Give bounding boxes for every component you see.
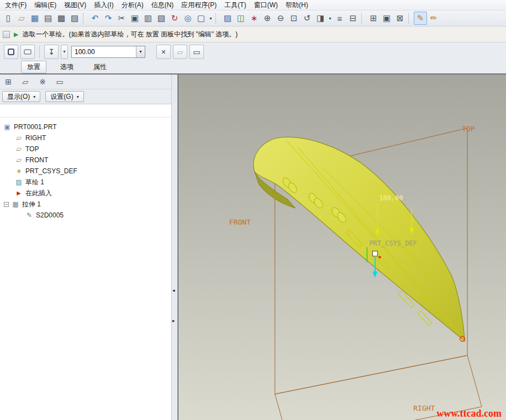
copy-icon[interactable]: ▣ bbox=[128, 12, 141, 25]
tree-settings-dropdown[interactable]: 设置(G) ▾ bbox=[45, 91, 83, 102]
icon-glyph: ◨ bbox=[317, 13, 324, 23]
cut-icon[interactable]: ✂ bbox=[115, 12, 128, 25]
tree-item-sketch-1[interactable]: ▨ 草绘 1 bbox=[0, 177, 171, 188]
menu-item[interactable]: 文件(F) bbox=[1, 0, 30, 10]
dashboard-tab[interactable]: 属性 bbox=[87, 61, 113, 73]
dashboard-tab[interactable]: 选项 bbox=[54, 61, 80, 73]
depth-value-input[interactable] bbox=[72, 46, 136, 57]
sketch-collector-button[interactable] bbox=[4, 45, 18, 59]
tree-item-top-plane[interactable]: ▱ TOP bbox=[0, 143, 171, 155]
3d-scene[interactable]: 100.00 PRT_CSYS_DEF bbox=[178, 75, 506, 420]
depth-type-caret[interactable]: ▾ bbox=[61, 45, 68, 59]
close-window-icon[interactable]: ⊠ bbox=[393, 12, 407, 25]
tree-item-part[interactable]: ▣ PRT0001.PRT bbox=[0, 121, 171, 132]
paste-special-icon[interactable]: ▧ bbox=[155, 12, 168, 25]
depth-type-button[interactable]: ↧ bbox=[44, 45, 59, 59]
datum-plane-display-icon[interactable]: ◫ bbox=[234, 12, 247, 25]
tree-item-extrude-1[interactable]: − ▦ 拉伸 1 bbox=[0, 199, 171, 210]
icon-glyph: ▩ bbox=[57, 13, 65, 23]
menu-item[interactable]: 窗口(W) bbox=[250, 0, 282, 10]
drag-handle[interactable] bbox=[372, 251, 377, 256]
undo-icon[interactable]: ↶ bbox=[88, 12, 102, 25]
prompt-bubble-button[interactable] bbox=[20, 45, 35, 59]
view-manager-icon[interactable]: ⊟ bbox=[346, 12, 360, 25]
expand-right-icon[interactable]: ▸ bbox=[172, 318, 175, 323]
model-tree-icon[interactable]: ⊞ bbox=[2, 76, 14, 88]
selection-filter-caret[interactable]: ▾ bbox=[208, 12, 214, 25]
top-plane-label[interactable]: TOP bbox=[462, 125, 475, 133]
selection-filter-icon[interactable]: ▢ bbox=[194, 12, 208, 25]
remove-material-button[interactable]: ▱ bbox=[173, 45, 187, 59]
tree-show-dropdown[interactable]: 显示(O) ▾ bbox=[2, 91, 40, 102]
wing-model[interactable] bbox=[254, 137, 465, 341]
saved-views-icon[interactable]: ◨ bbox=[314, 12, 327, 25]
icon-glyph: ▨ bbox=[71, 13, 78, 23]
icon-glyph: ⊠ bbox=[397, 13, 404, 23]
dashboard-tab[interactable]: 放置 bbox=[21, 61, 46, 73]
collapse-toggle[interactable]: − bbox=[4, 202, 9, 207]
wing-surface[interactable] bbox=[254, 137, 465, 341]
toolbar-separator[interactable] bbox=[361, 13, 365, 24]
toolbar-separator[interactable] bbox=[83, 13, 87, 24]
sketch-tool-icon[interactable]: ▨ bbox=[221, 12, 234, 25]
folder-browser-icon[interactable]: ▱ bbox=[19, 76, 31, 88]
tree-item-right-plane[interactable]: ▱ RIGHT bbox=[0, 132, 171, 143]
paste-icon[interactable]: ▥ bbox=[141, 12, 155, 25]
delete-icon[interactable]: ▨ bbox=[68, 12, 81, 25]
zoom-in-icon[interactable]: ⊕ bbox=[261, 12, 274, 25]
thicken-button[interactable]: ▭ bbox=[189, 45, 204, 59]
tree-item-csys[interactable]: ∗ PRT_CSYS_DEF bbox=[0, 166, 171, 177]
dashboard-separator bbox=[39, 46, 40, 58]
find-icon[interactable]: ◎ bbox=[181, 12, 194, 25]
menu-item[interactable]: 应用程序(P) bbox=[177, 0, 220, 10]
favorites-icon[interactable]: ※ bbox=[36, 76, 49, 88]
icon-glyph: ▧ bbox=[157, 13, 165, 23]
icon-glyph: ⊟ bbox=[350, 13, 357, 23]
sketch-icon: ▨ bbox=[15, 178, 23, 186]
annotation-icon[interactable]: ✎ bbox=[414, 12, 427, 25]
graphics-viewport[interactable]: 100.00 PRT_CSYS_DEF bbox=[178, 75, 506, 420]
new-file-icon[interactable]: ▯ bbox=[2, 12, 15, 25]
menu-item[interactable]: 信息(N) bbox=[147, 0, 178, 10]
front-plane-label[interactable]: FRONT bbox=[229, 218, 251, 226]
icon-glyph: ⊞ bbox=[5, 77, 12, 86]
print-icon[interactable]: ▤ bbox=[41, 12, 55, 25]
menu-item[interactable]: 工具(T) bbox=[220, 0, 250, 10]
sketcher-icon[interactable]: ✏ bbox=[427, 12, 440, 25]
depth-value-caret[interactable]: ▾ bbox=[136, 46, 145, 57]
new-window-icon[interactable]: ▣ bbox=[380, 12, 393, 25]
open-file-icon[interactable]: ▱ bbox=[15, 12, 28, 25]
collapse-left-icon[interactable]: ◂ bbox=[172, 288, 175, 293]
refit-icon[interactable]: ⊡ bbox=[287, 12, 301, 25]
menu-item[interactable]: 帮助(H) bbox=[282, 0, 312, 10]
menu-item[interactable]: 分析(A) bbox=[118, 0, 147, 10]
layers-icon[interactable]: ≡ bbox=[333, 12, 346, 25]
saved-views-caret[interactable]: ▾ bbox=[327, 12, 333, 25]
datum-axis-display-icon[interactable]: ∗ bbox=[247, 12, 261, 25]
menu-item[interactable]: 编辑(E) bbox=[30, 0, 60, 10]
save-icon[interactable]: ▦ bbox=[28, 12, 41, 25]
chevron-down-icon: ▾ bbox=[63, 49, 65, 54]
tree-item-insert-here[interactable]: ► 在此插入 bbox=[0, 188, 171, 199]
zoom-out-icon[interactable]: ⊖ bbox=[274, 12, 287, 25]
toolbar-separator[interactable] bbox=[408, 13, 412, 24]
tree-item-front-plane[interactable]: ▱ FRONT bbox=[0, 155, 171, 166]
tree-item-label: TOP bbox=[25, 145, 39, 153]
reorient-icon[interactable]: ↺ bbox=[301, 12, 314, 25]
csys-label[interactable]: PRT_CSYS_DEF bbox=[369, 240, 417, 247]
activate-window-icon[interactable]: ⊞ bbox=[367, 12, 380, 25]
menu-item[interactable]: 插入(I) bbox=[90, 0, 117, 10]
icon-glyph: ※ bbox=[39, 77, 46, 86]
chevron-down-icon: ▾ bbox=[33, 94, 35, 99]
toolbar-separator[interactable] bbox=[215, 13, 219, 24]
regenerate-icon[interactable]: ↻ bbox=[168, 12, 181, 25]
menu-item[interactable]: 视图(V) bbox=[60, 0, 90, 10]
erase-display-icon[interactable]: ▩ bbox=[55, 12, 68, 25]
panel-splitter[interactable]: ◂ ▸ bbox=[171, 75, 178, 420]
redo-icon[interactable]: ↷ bbox=[102, 12, 115, 25]
tree-item-s2d0005[interactable]: ✎ S2D0005 bbox=[0, 210, 171, 221]
right-plane-label[interactable]: RIGHT bbox=[413, 404, 435, 412]
icon-glyph: ▯ bbox=[6, 13, 10, 23]
flip-direction-button[interactable]: × bbox=[156, 45, 171, 59]
history-icon[interactable]: ▭ bbox=[54, 76, 66, 88]
